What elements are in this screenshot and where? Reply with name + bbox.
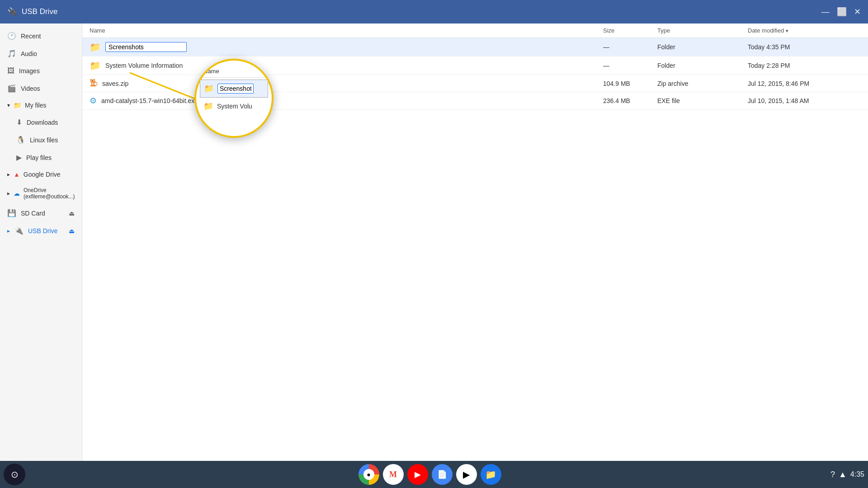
file-type: Folder bbox=[657, 62, 748, 69]
table-row[interactable]: 📁 — Folder Today 4:35 PM bbox=[82, 38, 868, 56]
sidebar-item-downloads[interactable]: ⬇ Downloads bbox=[7, 113, 82, 131]
file-size: 104.9 MB bbox=[603, 80, 657, 87]
gmail-icon: M bbox=[389, 470, 397, 479]
sidebar-label-onedrive: OneDrive (exfileme@outlook...) bbox=[24, 187, 75, 200]
file-date: Jul 12, 2015, 8:46 PM bbox=[748, 80, 861, 87]
column-header-date: Date modified ▾ bbox=[748, 27, 861, 34]
google-drive-icon: ▲ bbox=[14, 171, 20, 178]
file-name-cell: ⚙ amd-catalyst-15.7-win10-64bit.exe bbox=[90, 96, 603, 106]
magnifier-content: Name 📁 📁 System Volu bbox=[196, 61, 272, 119]
sidebar-item-my-files[interactable]: ▾ 📁 My files bbox=[0, 97, 82, 113]
magnifier-row: 📁 System Volu bbox=[200, 98, 268, 115]
my-files-icon: 📁 bbox=[14, 102, 21, 109]
table-row[interactable]: 📁 System Volume Information — Folder Tod… bbox=[82, 56, 868, 75]
magnifier-row-label: System Volu bbox=[217, 103, 252, 110]
sidebar-item-google-drive[interactable]: ▸ ▲ Google Drive bbox=[0, 166, 82, 183]
app-container: 🕐 Recent 🎵 Audio 🖼 Images 🎬 Videos ▾ 📁 M… bbox=[0, 23, 868, 461]
sidebar: 🕐 Recent 🎵 Audio 🖼 Images 🎬 Videos ▾ 📁 M… bbox=[0, 23, 82, 461]
magnifier-folder-icon: 📁 bbox=[204, 84, 214, 94]
youtube-icon: ▶ bbox=[415, 469, 421, 479]
minimize-button[interactable]: — bbox=[821, 7, 830, 17]
folder-icon: 📁 bbox=[90, 42, 101, 52]
magnifier-row: 📁 bbox=[200, 80, 268, 98]
sidebar-label-linux-files: Linux files bbox=[30, 136, 58, 144]
file-name: saves.zip bbox=[102, 80, 128, 87]
sidebar-item-linux-files[interactable]: 🐧 Linux files bbox=[7, 131, 82, 149]
folder-icon: 📁 bbox=[90, 60, 101, 71]
play-store-button[interactable]: ▶ bbox=[456, 464, 477, 485]
sidebar-item-sd-card[interactable]: 💾 SD Card ⏏ bbox=[0, 204, 82, 222]
sidebar-label-play-files: Play files bbox=[26, 154, 52, 161]
magnifier-rename-input[interactable] bbox=[217, 84, 254, 94]
my-files-chevron: ▾ bbox=[7, 102, 10, 108]
file-type: EXE file bbox=[657, 97, 748, 104]
file-date: Today 2:28 PM bbox=[748, 62, 861, 69]
sidebar-item-audio[interactable]: 🎵 Audio bbox=[0, 45, 82, 62]
audio-icon: 🎵 bbox=[7, 49, 16, 58]
file-date: Today 4:35 PM bbox=[748, 43, 861, 51]
exe-icon: ⚙ bbox=[90, 96, 97, 106]
sidebar-label-google-drive: Google Drive bbox=[24, 171, 61, 178]
close-button[interactable]: ✕ bbox=[854, 7, 861, 17]
files-app-button[interactable]: 📁 bbox=[481, 464, 501, 485]
images-icon: 🖼 bbox=[7, 67, 14, 75]
taskbar-status: ? ▲ 4:35 bbox=[830, 470, 864, 479]
file-name-cell: 📁 System Volume Information bbox=[90, 60, 603, 71]
maximize-button[interactable]: ⬜ bbox=[837, 7, 847, 17]
linux-files-icon: 🐧 bbox=[16, 136, 25, 144]
sidebar-label-images: Images bbox=[19, 67, 40, 75]
column-header-name: Name bbox=[90, 27, 603, 34]
sidebar-item-usb-drive[interactable]: ▸ 🔌 USB Drive ⏏ bbox=[0, 222, 82, 239]
network-icon: ▲ bbox=[839, 470, 847, 479]
sd-card-icon: 💾 bbox=[7, 209, 16, 217]
help-icon: ? bbox=[830, 470, 835, 479]
file-name: amd-catalyst-15.7-win10-64bit.exe bbox=[101, 97, 198, 104]
titlebar-controls: — ⬜ ✕ bbox=[821, 7, 861, 17]
file-date: Jul 10, 2015, 1:48 AM bbox=[748, 97, 861, 104]
sidebar-label-downloads: Downloads bbox=[27, 119, 58, 126]
clock: 4:35 bbox=[850, 470, 864, 479]
sidebar-label-recent: Recent bbox=[21, 33, 41, 40]
sidebar-label-videos: Videos bbox=[21, 85, 40, 92]
file-size: — bbox=[603, 62, 657, 69]
zip-icon: 🗜 bbox=[90, 79, 98, 88]
google-drive-chevron: ▸ bbox=[7, 171, 10, 178]
gmail-app-button[interactable]: M bbox=[383, 464, 404, 485]
usb-drive-icon: 🔌 bbox=[14, 226, 24, 235]
titlebar-title: USB Drive bbox=[22, 7, 57, 16]
rename-input[interactable] bbox=[105, 42, 187, 52]
sidebar-item-videos[interactable]: 🎬 Videos bbox=[0, 80, 82, 97]
files-icon: 📁 bbox=[485, 469, 496, 480]
sidebar-item-recent[interactable]: 🕐 Recent bbox=[0, 27, 82, 45]
chrome-icon: ● bbox=[363, 469, 374, 480]
docs-app-button[interactable]: 📄 bbox=[432, 464, 453, 485]
play-store-icon: ▶ bbox=[463, 469, 470, 480]
my-files-children: ⬇ Downloads 🐧 Linux files ▶ Play files bbox=[0, 113, 82, 166]
sidebar-label-audio: Audio bbox=[21, 50, 37, 57]
chrome-app-button[interactable]: ● bbox=[359, 464, 379, 485]
file-type: Zip archive bbox=[657, 80, 748, 87]
launcher-button[interactable]: ⊙ bbox=[4, 464, 25, 485]
sidebar-label-usb-drive: USB Drive bbox=[28, 227, 57, 235]
file-name-cell: 📁 bbox=[90, 42, 603, 52]
recent-icon: 🕐 bbox=[7, 32, 16, 40]
taskbar: ⊙ ● M ▶ 📄 ▶ 📁 ? ▲ 4:35 bbox=[0, 461, 868, 488]
file-size: — bbox=[603, 43, 657, 51]
sidebar-item-images[interactable]: 🖼 Images bbox=[0, 62, 82, 80]
sd-card-eject-button[interactable]: ⏏ bbox=[69, 210, 75, 217]
titlebar: 🔌 USB Drive — ⬜ ✕ bbox=[0, 0, 868, 23]
taskbar-apps: ● M ▶ 📄 ▶ 📁 bbox=[31, 464, 829, 485]
youtube-app-button[interactable]: ▶ bbox=[407, 464, 428, 485]
titlebar-usb-icon: 🔌 bbox=[7, 7, 17, 17]
usb-drive-eject-button[interactable]: ⏏ bbox=[69, 227, 75, 235]
play-files-icon: ▶ bbox=[16, 153, 22, 162]
onedrive-chevron: ▸ bbox=[7, 190, 10, 197]
file-name-cell: 🗜 saves.zip bbox=[90, 79, 603, 88]
column-header-type: Type bbox=[657, 27, 748, 34]
sidebar-label-sd-card: SD Card bbox=[21, 210, 45, 217]
sidebar-item-play-files[interactable]: ▶ Play files bbox=[7, 149, 82, 166]
file-size: 236.4 MB bbox=[603, 97, 657, 104]
sidebar-item-onedrive[interactable]: ▸ ☁ OneDrive (exfileme@outlook...) bbox=[0, 183, 82, 204]
column-header-size: Size bbox=[603, 27, 657, 34]
file-type: Folder bbox=[657, 43, 748, 51]
